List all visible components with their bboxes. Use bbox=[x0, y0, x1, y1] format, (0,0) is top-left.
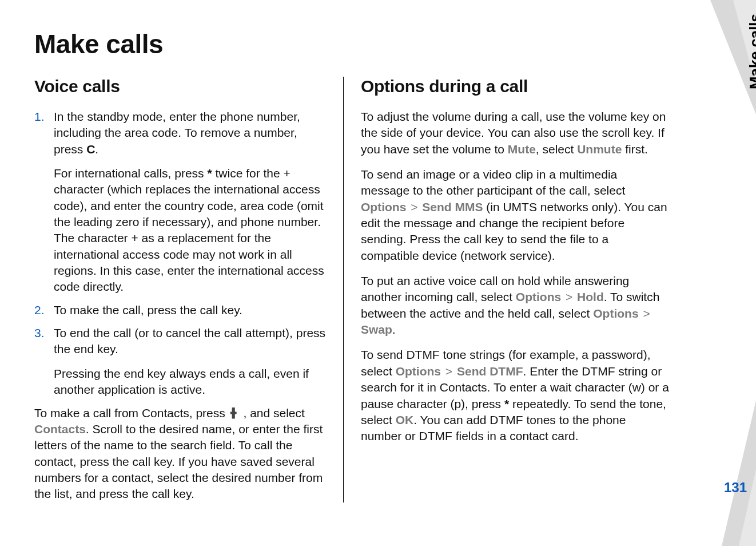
side-tab-label: Make calls bbox=[747, 14, 756, 89]
contacts-paragraph: To make a call from Contacts, press , an… bbox=[34, 405, 326, 503]
menu-options: Options bbox=[396, 365, 441, 378]
page-number: 131 bbox=[724, 480, 747, 496]
body-text: first. bbox=[622, 143, 648, 156]
menu-separator: > bbox=[639, 307, 651, 320]
key-asterisk: * bbox=[504, 397, 509, 410]
step-text: To end the call (or to cancel the call a… bbox=[54, 326, 325, 355]
right-column: Options during a call To adjust the volu… bbox=[343, 77, 669, 503]
menu-options: Options bbox=[361, 200, 406, 213]
step-text: To make the call, press the call key. bbox=[54, 302, 326, 318]
step-text: Pressing the end key always ends a call,… bbox=[54, 366, 326, 398]
menu-unmute: Unmute bbox=[577, 143, 622, 156]
menu-options: Options bbox=[516, 290, 561, 303]
list-item: 3. To end the call (or to cancel the cal… bbox=[34, 325, 326, 398]
body-text: . bbox=[392, 323, 396, 336]
menu-key-icon bbox=[229, 407, 240, 419]
menu-send-mms: Send MMS bbox=[422, 200, 483, 213]
menu-separator: > bbox=[441, 365, 457, 378]
voice-calls-steps: 1. In the standby mode, enter the phone … bbox=[34, 109, 326, 398]
heading-voice-calls: Voice calls bbox=[34, 77, 326, 96]
menu-separator: > bbox=[406, 200, 422, 213]
list-item: 1. In the standby mode, enter the phone … bbox=[34, 109, 326, 295]
menu-ok: OK bbox=[396, 413, 414, 426]
body-text: , and select bbox=[243, 406, 304, 420]
body-text: To send an image or a video clip in a mu… bbox=[361, 168, 625, 197]
paragraph-hold-swap: To put an active voice call on hold whil… bbox=[361, 273, 669, 338]
paragraph-send-mms: To send an image or a video clip in a mu… bbox=[361, 167, 669, 264]
step-text: twice for the + character (which replace… bbox=[54, 167, 324, 293]
decorative-side-band bbox=[676, 0, 756, 546]
paragraph-dtmf: To send DTMF tone strings (for example, … bbox=[361, 347, 669, 444]
step-number: 3. bbox=[34, 325, 54, 398]
menu-separator: > bbox=[561, 290, 577, 303]
menu-hold: Hold bbox=[577, 290, 604, 303]
page-title: Make calls bbox=[34, 29, 672, 60]
paragraph-volume: To adjust the volume during a call, use … bbox=[361, 109, 669, 157]
step-number: 2. bbox=[34, 302, 54, 318]
key-asterisk: * bbox=[207, 167, 212, 180]
menu-swap: Swap bbox=[361, 323, 392, 336]
body-text: To make a call from Contacts, press bbox=[34, 406, 229, 420]
left-column: Voice calls 1. In the standby mode, ente… bbox=[34, 77, 343, 503]
step-text: For international calls, press bbox=[54, 167, 207, 180]
step-number: 1. bbox=[34, 109, 54, 295]
menu-contacts: Contacts bbox=[34, 422, 86, 436]
menu-options: Options bbox=[593, 307, 638, 320]
svg-marker-2 bbox=[722, 401, 756, 546]
step-text: . bbox=[95, 143, 98, 156]
key-c: C bbox=[86, 143, 95, 156]
menu-send-dtmf: Send DTMF bbox=[457, 365, 523, 378]
heading-options-during-call: Options during a call bbox=[361, 77, 669, 96]
list-item: 2. To make the call, press the call key. bbox=[34, 302, 326, 318]
body-text: , select bbox=[536, 143, 577, 156]
menu-mute: Mute bbox=[508, 143, 536, 156]
